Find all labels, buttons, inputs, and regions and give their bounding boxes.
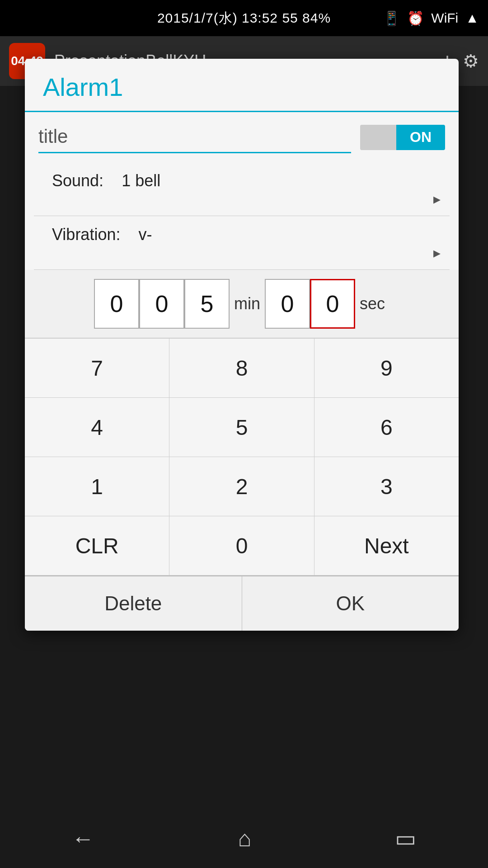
numpad-4[interactable]: 4: [25, 398, 169, 457]
home-button[interactable]: ⌂: [238, 826, 251, 852]
sound-row: Sound: 1 bell ▸: [25, 162, 459, 216]
numpad-clr[interactable]: CLR: [25, 516, 169, 575]
alarm-icon: ⏰: [407, 10, 424, 26]
recents-button[interactable]: ▭: [395, 826, 416, 852]
vibration-row: Vibration: v- ▸: [25, 216, 459, 269]
numpad-next[interactable]: Next: [314, 516, 459, 575]
dialog-title: Alarm1: [43, 73, 123, 101]
numpad-1[interactable]: 1: [25, 457, 169, 516]
phone-icon: 📱: [383, 10, 400, 26]
sec-digit-2[interactable]: 0: [310, 279, 355, 329]
time-display: 0 0 5 min 0 0 sec: [25, 270, 459, 338]
numpad-2[interactable]: 2: [169, 457, 314, 516]
numpad-row-1: 7 8 9: [25, 339, 459, 398]
sec-label: sec: [355, 294, 389, 313]
title-row: ON: [25, 112, 459, 162]
wifi-icon: WiFi: [431, 10, 458, 26]
numpad-row-3: 1 2 3: [25, 457, 459, 516]
numpad-row-4: CLR 0 Next: [25, 516, 459, 576]
status-icons: 📱 ⏰ WiFi ▲: [383, 10, 479, 26]
numpad-row-2: 4 5 6: [25, 398, 459, 457]
numpad-6[interactable]: 6: [314, 398, 459, 457]
back-button[interactable]: ←: [72, 826, 94, 852]
seconds-group: 0 0: [265, 279, 355, 329]
min-digit-3[interactable]: 5: [184, 279, 230, 329]
numpad-3[interactable]: 3: [314, 457, 459, 516]
alarm-dialog: Alarm1 ON Sound: 1 bell ▸ Vibration: v- …: [25, 59, 459, 631]
sec-digit-1[interactable]: 0: [265, 279, 310, 329]
vibration-dropdown-arrow[interactable]: ▸: [38, 244, 445, 265]
numpad-9[interactable]: 9: [314, 339, 459, 397]
vibration-label: Vibration: v-: [38, 225, 152, 244]
status-bar: 2015/1/7(水) 13:52 55 84% 📱 ⏰ WiFi ▲: [0, 0, 488, 36]
min-label: min: [230, 294, 265, 313]
delete-button[interactable]: Delete: [25, 576, 242, 631]
numpad-7[interactable]: 7: [25, 339, 169, 397]
sound-dropdown-arrow[interactable]: ▸: [38, 190, 445, 211]
toggle-container: ON: [360, 125, 445, 150]
numpad: 7 8 9 4 5 6 1 2 3 CLR 0 Next: [25, 338, 459, 576]
numpad-8[interactable]: 8: [169, 339, 314, 397]
numpad-0[interactable]: 0: [169, 516, 314, 575]
bottom-buttons: Delete OK: [25, 576, 459, 631]
dialog-title-bar: Alarm1: [25, 59, 459, 112]
numpad-5[interactable]: 5: [169, 398, 314, 457]
minutes-group: 0 0 5: [94, 279, 230, 329]
nav-bar: ← ⌂ ▭: [0, 809, 488, 868]
title-input[interactable]: [38, 121, 351, 153]
min-digit-1[interactable]: 0: [94, 279, 139, 329]
signal-icon: ▲: [465, 10, 479, 26]
ok-button[interactable]: OK: [242, 576, 459, 631]
settings-button[interactable]: ⚙: [463, 51, 479, 71]
toggle-on-button[interactable]: ON: [396, 125, 445, 150]
sound-label: Sound: 1 bell: [38, 171, 160, 190]
toggle-off-area: [360, 125, 396, 150]
min-digit-2[interactable]: 0: [139, 279, 184, 329]
